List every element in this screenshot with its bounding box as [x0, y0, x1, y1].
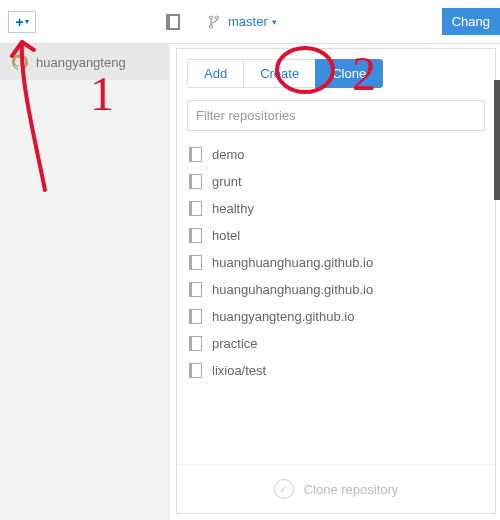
- filter-input[interactable]: [187, 100, 485, 131]
- repo-icon: [189, 255, 202, 270]
- repo-item[interactable]: huanghuanghuang.github.io: [187, 249, 485, 276]
- add-repo-button[interactable]: + ▾: [8, 11, 36, 33]
- svg-point-1: [216, 16, 219, 19]
- repo-item[interactable]: demo: [187, 141, 485, 168]
- tab-add[interactable]: Add: [187, 59, 243, 88]
- repo-item[interactable]: grunt: [187, 168, 485, 195]
- repo-item[interactable]: healthy: [187, 195, 485, 222]
- changes-button[interactable]: Chang: [442, 8, 500, 35]
- filter-area: [187, 100, 485, 131]
- github-icon: [12, 54, 28, 70]
- repo-icon: [189, 336, 202, 351]
- repo-item[interactable]: huanguhanghuang.github.io: [187, 276, 485, 303]
- tab-bar: Add Create Clone: [177, 49, 495, 94]
- book-icon: [166, 14, 180, 30]
- repo-icon: [189, 363, 202, 378]
- repo-icon: [189, 147, 202, 162]
- repo-name: lixioa/test: [212, 363, 266, 378]
- repo-name: grunt: [212, 174, 242, 189]
- main-area: huangyangteng Add Create Clone demo grun…: [0, 44, 500, 520]
- toolbar: + ▾ master ▾ Chang: [0, 0, 500, 44]
- repo-icon: [189, 282, 202, 297]
- repo-name: demo: [212, 147, 245, 162]
- repo-item[interactable]: lixioa/test: [187, 357, 485, 384]
- check-circle-icon: ✓: [274, 479, 294, 499]
- branch-icon: [208, 14, 220, 30]
- repo-item[interactable]: huangyangteng.github.io: [187, 303, 485, 330]
- svg-point-0: [210, 16, 213, 19]
- plus-icon: +: [15, 15, 23, 29]
- footer-label: Clone repository: [304, 482, 399, 497]
- sidebar-item-account[interactable]: huangyangteng: [0, 44, 169, 80]
- scrollbar-stub: [494, 80, 500, 200]
- clone-footer[interactable]: ✓ Clone repository: [177, 464, 495, 513]
- repo-list: demo grunt healthy hotel huanghuanghuang…: [177, 137, 495, 464]
- repo-icon: [189, 309, 202, 324]
- sidebar-item-label: huangyangteng: [36, 55, 126, 70]
- repo-name: huangyangteng.github.io: [212, 309, 354, 324]
- repo-name: huanguhanghuang.github.io: [212, 282, 373, 297]
- repo-name: practice: [212, 336, 258, 351]
- svg-point-2: [210, 25, 213, 28]
- chevron-down-icon: ▾: [272, 17, 277, 27]
- repo-icon: [189, 174, 202, 189]
- branch-name: master: [228, 14, 268, 29]
- branch-selector[interactable]: master ▾: [208, 14, 277, 30]
- repo-name: hotel: [212, 228, 240, 243]
- sidebar: huangyangteng: [0, 44, 170, 520]
- tab-clone[interactable]: Clone: [315, 59, 383, 88]
- repo-name: healthy: [212, 201, 254, 216]
- repo-icon: [189, 201, 202, 216]
- repo-item[interactable]: practice: [187, 330, 485, 357]
- repo-icon: [189, 228, 202, 243]
- tab-create[interactable]: Create: [243, 59, 315, 88]
- repo-item[interactable]: hotel: [187, 222, 485, 249]
- repo-panel: Add Create Clone demo grunt healthy hote…: [176, 48, 496, 514]
- repo-name: huanghuanghuang.github.io: [212, 255, 373, 270]
- chevron-down-icon: ▾: [25, 17, 29, 26]
